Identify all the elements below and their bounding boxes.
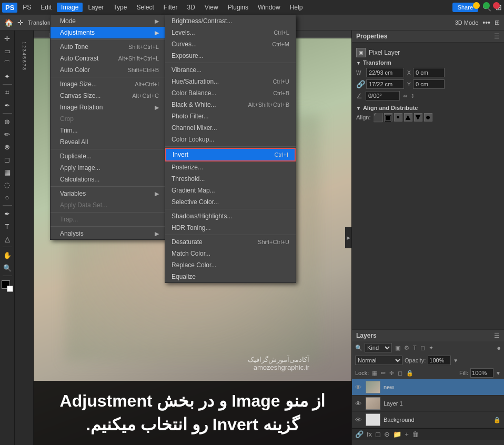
layer-folder-icon[interactable]: 📁: [393, 430, 401, 438]
magic-wand-tool[interactable]: ✦: [2, 70, 13, 82]
transform-section-header[interactable]: Transform: [356, 59, 500, 66]
adj-black-white[interactable]: Black & White... Alt+Shift+Ctrl+B: [165, 99, 296, 110]
properties-menu-icon[interactable]: ☰: [494, 33, 500, 40]
adj-gradient-map[interactable]: Gradient Map...: [165, 185, 296, 196]
align-bottom-icon[interactable]: ●: [424, 113, 432, 122]
menu-help[interactable]: Help: [286, 3, 307, 12]
menu-item-apply-image[interactable]: Apply Image...: [51, 162, 165, 174]
adj-desaturate[interactable]: Desaturate Shift+Ctrl+U: [165, 236, 296, 248]
menu-item-auto-color[interactable]: Auto Color Shift+Ctrl+B: [51, 64, 165, 76]
layer-adjustment-icon[interactable]: ⊕: [384, 430, 390, 438]
width-input[interactable]: [366, 68, 404, 77]
height-input[interactable]: [366, 79, 404, 89]
align-top-icon[interactable]: ▲: [404, 113, 412, 122]
menu-item-reveal-all[interactable]: Reveal All: [51, 136, 165, 148]
menu-item-mode[interactable]: Mode ▶: [51, 15, 165, 27]
lock-artboard-icon[interactable]: ◻: [397, 370, 404, 377]
menu-item-image-rotation[interactable]: Image Rotation ▶: [51, 102, 165, 113]
align-center-h-icon[interactable]: ▣: [384, 113, 392, 122]
menu-3d[interactable]: 3D: [183, 3, 199, 12]
adj-threshold[interactable]: Threshold...: [165, 173, 296, 185]
menu-select[interactable]: Select: [132, 3, 158, 12]
maximize-button[interactable]: [483, 2, 490, 9]
layer-eye-layer1[interactable]: 👁: [355, 400, 362, 408]
lock-image-icon[interactable]: ✏: [380, 370, 387, 377]
foreground-color[interactable]: [2, 280, 13, 292]
menu-item-canvas-size[interactable]: Canvas Size... Alt+Ctrl+C: [51, 90, 165, 102]
lock-position-icon[interactable]: ✛: [388, 370, 395, 377]
menu-item-trim[interactable]: Trim...: [51, 125, 165, 136]
filter-toggle-icon[interactable]: ●: [497, 344, 501, 352]
layer-item-layer1[interactable]: 👁 Layer 1: [352, 396, 504, 412]
align-right-icon[interactable]: ▪: [394, 113, 402, 122]
adj-selective-color[interactable]: Selective Color...: [165, 196, 296, 208]
healing-tool[interactable]: ⊕: [2, 116, 13, 127]
hand-tool[interactable]: ✋: [2, 249, 13, 261]
menu-item-auto-tone[interactable]: Auto Tone Shift+Ctrl+L: [51, 41, 165, 53]
filter-smart-icon[interactable]: ✦: [428, 345, 435, 351]
menu-item-auto-contrast[interactable]: Auto Contrast Alt+Shift+Ctrl+L: [51, 53, 165, 64]
adj-equalize[interactable]: Equalize: [165, 271, 296, 282]
shape-tool[interactable]: △: [2, 233, 13, 245]
filter-adjustment-icon[interactable]: ⚙: [403, 345, 410, 351]
align-section-header[interactable]: Align and Distribute: [356, 105, 500, 111]
filter-type-icon[interactable]: T: [412, 345, 418, 351]
lock-all-icon[interactable]: 🔒: [405, 370, 415, 377]
menu-layer[interactable]: Layer: [84, 3, 108, 12]
flip-v-icon[interactable]: ⇕: [410, 93, 415, 99]
move-tool[interactable]: ✛: [2, 33, 13, 44]
fill-arrow-icon[interactable]: ▼: [496, 370, 501, 376]
layer-new-icon[interactable]: +: [405, 430, 409, 438]
adj-replace-color[interactable]: Replace Color...: [165, 259, 296, 271]
menu-item-image-size[interactable]: Image Size... Alt+Ctrl+I: [51, 78, 165, 90]
x-input[interactable]: [413, 68, 445, 77]
brush-tool[interactable]: ✏: [2, 128, 13, 140]
menu-window[interactable]: Window: [254, 3, 285, 12]
layers-kind-select[interactable]: Kind Name Effect: [365, 343, 392, 352]
chain-link-icon[interactable]: 🔗: [356, 80, 365, 88]
crop-tool[interactable]: ⌗: [2, 87, 13, 98]
adj-channel-mixer[interactable]: Channel Mixer...: [165, 122, 296, 134]
align-left-icon[interactable]: ⬛: [374, 113, 382, 122]
filter-pixel-icon[interactable]: ▣: [394, 345, 401, 351]
adj-color-lookup[interactable]: Color Lookup...: [165, 134, 296, 145]
adj-match-color[interactable]: Match Color...: [165, 248, 296, 259]
move-tool-icon[interactable]: ✛: [17, 18, 24, 27]
adj-color-balance[interactable]: Color Balance... Ctrl+B: [165, 87, 296, 99]
angle-input[interactable]: [366, 91, 400, 100]
menu-edit[interactable]: Edit: [36, 3, 56, 12]
layer-link-icon[interactable]: 🔗: [355, 430, 364, 438]
menu-item-adjustments[interactable]: Adjustments ▶: [51, 27, 165, 38]
align-center-v-icon[interactable]: ▼: [414, 113, 422, 122]
zoom-tool[interactable]: 🔍: [2, 262, 13, 274]
fill-input[interactable]: [470, 368, 493, 378]
menu-item-crop[interactable]: Crop: [51, 113, 165, 125]
close-button[interactable]: [493, 2, 500, 9]
menu-image[interactable]: Image: [57, 3, 83, 12]
home-icon[interactable]: 🏠: [4, 18, 13, 27]
layer-mask-icon[interactable]: ◻: [375, 430, 381, 438]
menu-item-calculations[interactable]: Calculations...: [51, 174, 165, 185]
filter-shape-icon[interactable]: ◻: [419, 345, 426, 351]
opacity-arrow-icon[interactable]: ▼: [453, 358, 458, 363]
menu-type[interactable]: Type: [109, 3, 131, 12]
lasso-tool[interactable]: ⌒: [2, 58, 13, 69]
adj-invert[interactable]: Invert Ctrl+I: [165, 148, 296, 161]
layer-delete-icon[interactable]: 🗑: [412, 430, 419, 438]
lock-transparent-icon[interactable]: ▦: [371, 370, 378, 377]
adj-brightness-contrast[interactable]: Brightness/Contrast...: [165, 15, 296, 27]
options-expand-icon[interactable]: ⊞: [495, 19, 500, 26]
menu-filter[interactable]: Filter: [159, 3, 182, 12]
layer-item-new[interactable]: 👁 new: [352, 379, 504, 396]
y-input[interactable]: [413, 79, 445, 89]
adj-hue-saturation[interactable]: Hue/Saturation... Ctrl+U: [165, 76, 296, 87]
layer-eye-background[interactable]: 👁: [355, 416, 362, 424]
minimize-button[interactable]: [473, 2, 480, 9]
layer-fx-icon[interactable]: fx: [367, 430, 372, 438]
gradient-tool[interactable]: ▦: [2, 166, 13, 178]
more-icon[interactable]: •••: [482, 18, 490, 27]
clone-tool[interactable]: ⊗: [2, 141, 13, 153]
menu-item-duplicate[interactable]: Duplicate...: [51, 150, 165, 162]
blend-mode-select[interactable]: Normal Multiply Screen: [355, 356, 402, 365]
pen-tool[interactable]: ✒: [2, 208, 13, 219]
